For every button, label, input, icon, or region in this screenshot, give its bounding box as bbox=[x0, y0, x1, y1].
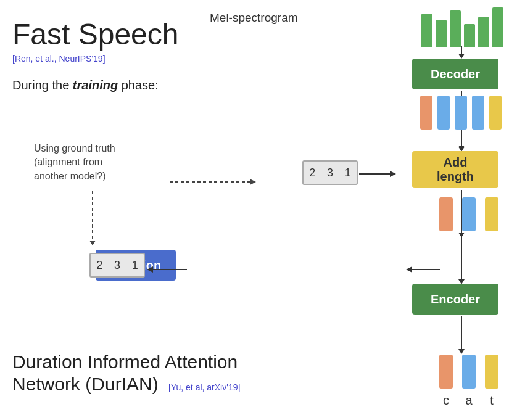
mel-label: Mel-spectrogram bbox=[210, 11, 298, 25]
bottom-title: Duration Informed Attention Network (Dur… bbox=[12, 351, 240, 395]
decoder-box: Decoder bbox=[412, 59, 498, 89]
arrow-tokens-duration bbox=[434, 241, 446, 290]
svg-marker-11 bbox=[406, 266, 412, 273]
mel-bars bbox=[421, 7, 503, 47]
arrow-tokens-encoder bbox=[455, 233, 468, 286]
training-suffix: phase: bbox=[118, 78, 159, 92]
char-a: a bbox=[462, 393, 476, 408]
training-bold: training bbox=[73, 78, 118, 92]
arrow-mel-decoder bbox=[455, 46, 468, 60]
token-blue-2 bbox=[455, 96, 467, 130]
token-blue-5 bbox=[462, 355, 476, 389]
token-yellow-3 bbox=[485, 355, 498, 389]
svg-marker-17 bbox=[250, 179, 256, 185]
mel-bar-5 bbox=[478, 17, 489, 47]
arrow-numbers-addlength bbox=[359, 168, 399, 180]
arrow-encoder-bottom bbox=[455, 316, 468, 356]
training-text: During the training phase: bbox=[12, 78, 234, 93]
token-orange-1 bbox=[420, 96, 432, 130]
tokens-above-add-length bbox=[420, 96, 502, 130]
add-length-box: Add length bbox=[412, 151, 498, 188]
svg-marker-19 bbox=[89, 241, 96, 245]
bottom-title-line2: Network (DurIAN) [Yu, et al, arXiv'19] bbox=[12, 373, 240, 395]
numbers-box-top: 2 3 1 bbox=[302, 160, 358, 185]
token-yellow-2 bbox=[485, 197, 498, 231]
token-blue-1 bbox=[437, 96, 450, 130]
mel-bar-2 bbox=[436, 20, 447, 47]
svg-marker-7 bbox=[390, 171, 396, 177]
char-t: t bbox=[485, 393, 498, 408]
encoder-box: Encoder bbox=[412, 284, 498, 315]
svg-marker-21 bbox=[458, 349, 465, 354]
svg-marker-1 bbox=[458, 54, 465, 59]
left-panel: Fast Speech [Ren, et al., NeurIPS'19] Du… bbox=[12, 19, 234, 93]
tokens-middle bbox=[439, 197, 498, 231]
token-orange-3 bbox=[439, 355, 453, 389]
bottom-title-line1: Duration Informed Attention bbox=[12, 351, 240, 373]
mel-bar-3 bbox=[450, 10, 461, 47]
bottom-citation: [Yu, et al, arXiv'19] bbox=[168, 382, 240, 392]
token-orange-2 bbox=[439, 197, 453, 231]
bottom-chars: c a t bbox=[439, 393, 498, 408]
mel-bar-1 bbox=[421, 14, 432, 47]
token-yellow-1 bbox=[489, 96, 502, 130]
dashed-arrows bbox=[31, 148, 308, 271]
tokens-bottom bbox=[439, 355, 498, 389]
token-blue-3 bbox=[472, 96, 484, 130]
citation: [Ren, et al., NeurIPS'19] bbox=[12, 54, 234, 64]
page-title: Fast Speech bbox=[12, 19, 234, 51]
mel-bar-4 bbox=[464, 24, 475, 47]
mel-bar-6 bbox=[492, 7, 503, 47]
char-c: c bbox=[439, 393, 453, 408]
token-blue-4 bbox=[462, 197, 476, 231]
training-prefix: During the bbox=[12, 78, 73, 92]
